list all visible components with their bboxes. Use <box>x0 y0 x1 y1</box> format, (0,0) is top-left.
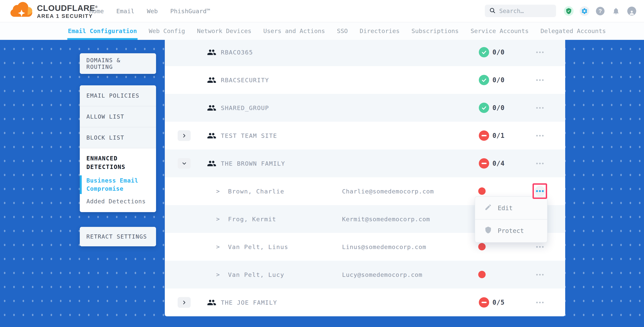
tab-delegated-accounts[interactable]: Delegated Accounts <box>540 22 606 40</box>
table-row-member: >Van Pelt, LucyLucy@somedemocorp.com <box>165 261 565 289</box>
nav-link-home[interactable]: Home <box>89 7 104 14</box>
pencil-icon <box>484 204 492 213</box>
sidebar-item-business-email-compromise[interactable]: Business Email Compromise <box>86 177 145 193</box>
row-actions-kebab-button[interactable] <box>532 94 548 122</box>
tab-subscriptions[interactable]: Subscriptions <box>412 22 459 40</box>
protected-count: 0/0 <box>492 38 505 66</box>
protected-count: 0/1 <box>492 122 505 149</box>
sidebar-item-added-detections[interactable]: Added Detections <box>86 198 150 205</box>
tab-network-devices[interactable]: Network Devices <box>197 22 251 40</box>
status-blocked-badge <box>479 158 489 169</box>
account-icon[interactable] <box>627 6 636 16</box>
table-row-group: RBACO3650/0 <box>165 38 565 66</box>
member-email: Lucy@somedemocorp.com <box>342 261 422 289</box>
menu-item-label: Edit <box>498 204 513 212</box>
row-actions-kebab-button[interactable] <box>532 261 548 289</box>
menu-item-protect[interactable]: Protect <box>475 219 547 242</box>
table-row-group: TEST TEAM SITE0/1 <box>165 122 565 149</box>
groups-table: RBACO3650/0RBACSECURITY0/0SHARED_GROUP0/… <box>165 38 565 316</box>
group-name: SHARED_GROUP <box>221 94 269 122</box>
tab-users-and-actions[interactable]: Users and Actions <box>263 22 325 40</box>
search-icon <box>489 7 496 14</box>
group-name: TEST TEAM SITE <box>221 122 277 149</box>
group-icon <box>207 75 216 85</box>
sidebar-item-block-list[interactable]: BLOCK LIST <box>80 127 156 148</box>
annotation-highlight-box <box>532 183 547 199</box>
tab-email-configuration[interactable]: Email Configuration <box>68 22 137 40</box>
member-caret: > <box>216 205 220 233</box>
sidebar-card-email-policies: EMAIL POLICIES ALLOW LIST BLOCK LIST ENH… <box>80 85 156 212</box>
top-nav: HomeEmailWebPhishGuard™ <box>89 0 210 22</box>
header-icons: ? <box>564 0 636 22</box>
protected-count: 0/0 <box>492 66 505 94</box>
notifications-bell-icon[interactable] <box>611 6 621 16</box>
row-actions-kebab-button[interactable] <box>532 66 548 94</box>
group-name: RBACO365 <box>221 38 253 66</box>
row-actions-kebab-button[interactable] <box>532 149 548 177</box>
member-email: Kermit@somedemocorp.com <box>342 205 430 233</box>
sidebar-item-domains-routing[interactable]: DOMAINS & ROUTING <box>80 53 156 74</box>
area1-security-app: CLOUDFLARE® AREA 1 SECURITY HomeEmailWeb… <box>0 0 644 327</box>
row-actions-kebab-button[interactable] <box>532 289 548 316</box>
brand-subtitle: AREA 1 SECURITY <box>37 13 98 19</box>
table-row-group: RBACSECURITY0/0 <box>165 66 565 94</box>
expand-chevron-button[interactable] <box>178 130 191 141</box>
cloudflare-logo[interactable]: CLOUDFLARE® AREA 1 SECURITY <box>9 2 98 19</box>
search-box[interactable] <box>485 5 556 17</box>
member-name: Van Pelt, Linus <box>228 233 288 261</box>
member-caret: > <box>216 261 220 289</box>
status-flagged-dot <box>478 271 486 278</box>
sidebar-item-retract-settings[interactable]: RETRACT SETTINGS <box>80 227 156 246</box>
sidebar-enhanced-detections-section: ENHANCED DETECTIONS Business Email Compr… <box>80 148 156 212</box>
row-actions-kebab-button[interactable] <box>532 38 548 66</box>
member-name: Van Pelt, Lucy <box>228 261 284 289</box>
shield-icon <box>484 226 492 235</box>
sidebar-item-email-policies[interactable]: EMAIL POLICIES <box>80 85 156 106</box>
status-ok-badge <box>479 103 489 113</box>
member-email: Linus@somedemocorp.com <box>342 233 426 261</box>
nav-link-email[interactable]: Email <box>116 7 134 14</box>
tab-service-accounts[interactable]: Service Accounts <box>470 22 528 40</box>
status-flagged-dot <box>478 243 486 250</box>
tab-directories[interactable]: Directories <box>360 22 400 40</box>
member-email: Charlie@somedemocorp.com <box>342 177 434 205</box>
group-icon <box>207 103 216 113</box>
group-icon <box>207 48 216 58</box>
row-actions-menu: EditProtect <box>475 196 548 243</box>
expand-chevron-button[interactable] <box>178 297 191 308</box>
tab-web-config[interactable]: Web Config <box>149 22 185 40</box>
sidebar-item-allow-list[interactable]: ALLOW LIST <box>80 106 156 127</box>
collapse-chevron-button[interactable] <box>178 158 191 169</box>
cloudflare-cloud-icon <box>9 2 34 19</box>
nav-link-web[interactable]: Web <box>147 7 158 14</box>
protected-count: 0/4 <box>492 149 505 177</box>
menu-item-label: Protect <box>498 227 524 235</box>
sidebar-card-retract-settings: RETRACT SETTINGS <box>80 227 156 246</box>
tab-sso[interactable]: SSO <box>337 22 348 40</box>
shield-check-icon[interactable] <box>564 6 574 16</box>
protected-count: 0/0 <box>492 94 505 122</box>
settings-gear-icon[interactable] <box>580 6 589 16</box>
nav-link-phishguard[interactable]: PhishGuard™ <box>170 7 210 14</box>
sidebar-item-enhanced-detections[interactable]: ENHANCED DETECTIONS <box>86 154 145 171</box>
top-header: CLOUDFLARE® AREA 1 SECURITY HomeEmailWeb… <box>0 0 644 22</box>
status-blocked-badge <box>479 130 489 141</box>
status-ok-badge <box>479 47 489 57</box>
group-icon <box>207 298 216 308</box>
brand-name: CLOUDFLARE® <box>37 2 98 13</box>
help-icon[interactable]: ? <box>595 6 605 16</box>
group-icon <box>207 131 216 141</box>
protected-count: 0/5 <box>492 289 505 316</box>
table-row-group: SHARED_GROUP0/0 <box>165 94 565 122</box>
group-icon <box>207 159 216 169</box>
group-name: THE BROWN FAMILY <box>221 149 285 177</box>
group-name: THE JOE FAMILY <box>221 289 277 316</box>
row-actions-kebab-button[interactable] <box>532 122 548 149</box>
search-input[interactable] <box>499 7 552 14</box>
section-tabbar: Email ConfigurationWeb ConfigNetwork Dev… <box>0 22 644 40</box>
table-row-group: THE BROWN FAMILY0/4 <box>165 149 565 177</box>
member-name: Brown, Charlie <box>228 177 284 205</box>
menu-item-edit[interactable]: Edit <box>475 197 547 219</box>
status-flagged-dot <box>478 187 486 195</box>
status-ok-badge <box>479 75 489 85</box>
